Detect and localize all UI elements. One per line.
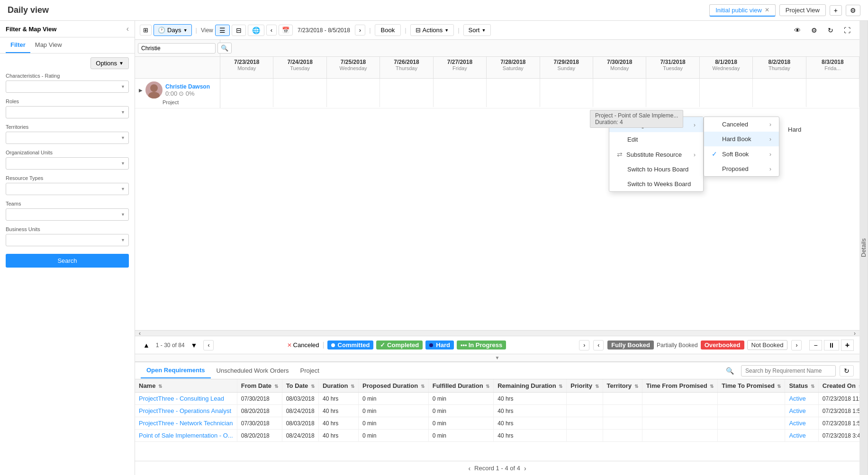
rec-prev-icon[interactable]: ‹ [468, 465, 470, 472]
col-time-from[interactable]: Time From Promised ⇅ [642, 379, 718, 393]
next-group-button[interactable]: › [791, 340, 802, 350]
actions-button[interactable]: ⊟ Actions ▼ [410, 24, 454, 36]
table-search-button[interactable]: 🔍 [723, 365, 737, 376]
status-legend: ✕ Canceled Committed ✓ Completed [217, 341, 575, 350]
book-button[interactable]: Book [375, 24, 401, 36]
committed-badge: Committed [327, 341, 374, 350]
table-cell: 40 hrs [318, 393, 358, 405]
col-remaining-duration[interactable]: Remaining Duration ⇅ [494, 379, 567, 393]
col-proposed-duration[interactable]: Proposed Duration ⇅ [359, 379, 429, 393]
filter-select-resource-types[interactable] [6, 183, 129, 195]
col-priority[interactable]: Priority ⇅ [567, 379, 603, 393]
col-name[interactable]: Name ⇅ [135, 379, 237, 393]
bottom-tab-unscheduled[interactable]: Unscheduled Work Orders [211, 363, 295, 378]
refresh-grid-button[interactable]: ↻ [823, 25, 838, 36]
tab-project-view[interactable]: Project View [779, 4, 826, 16]
sub-menu-item-canceled[interactable]: Canceled › [704, 117, 779, 132]
cell-10 [753, 79, 806, 107]
search-button[interactable]: Search [6, 254, 129, 268]
actions-icon: ⊟ [416, 27, 421, 34]
status-link[interactable]: Active [789, 420, 805, 427]
col-duration[interactable]: Duration ⇅ [318, 379, 358, 393]
row-expand-icon[interactable]: ▶ [139, 88, 143, 93]
requirement-link[interactable]: ProjectThree - Operations Analyst [139, 407, 231, 414]
col-time-to[interactable]: Time To Promised ⇅ [718, 379, 785, 393]
next-period-button[interactable]: › [355, 25, 365, 36]
date-num: 7/23/2018 [220, 59, 273, 65]
status-link[interactable]: Active [789, 407, 805, 414]
col-created-on[interactable]: Created On ↑ [818, 379, 859, 393]
top-bar-right: Initial public view ✕ Project View + ⚙ [709, 4, 860, 17]
resource-info: ▶ Christie Dawson [135, 79, 220, 108]
col-from-date[interactable]: From Date ⇅ [237, 379, 282, 393]
map-view-tab[interactable]: Map View [30, 37, 67, 53]
preview-button[interactable]: 👁 [790, 25, 805, 36]
filter-select-org[interactable] [6, 157, 129, 170]
resource-search-input[interactable] [138, 43, 216, 54]
calendar-view-button[interactable]: ⊟ [232, 25, 246, 36]
requirement-link[interactable]: ProjectThree - Network Technician [139, 420, 233, 427]
add-tab-button[interactable]: + [830, 5, 842, 16]
requirement-link[interactable]: Point of Sale Implementation - O... [139, 432, 233, 439]
table-search-input[interactable] [741, 365, 836, 376]
col-status[interactable]: Status ⇅ [785, 379, 818, 393]
col-territory[interactable]: Territory ⇅ [603, 379, 642, 393]
context-menu-item-weeks-board[interactable]: Switch to Weeks Board [609, 177, 703, 191]
collapse-up-button[interactable]: ▲ [141, 340, 152, 350]
grid-view-button[interactable]: ⊞ [140, 25, 152, 36]
context-menu-item-edit[interactable]: Edit [609, 132, 703, 147]
grid-settings-button[interactable]: ⚙ [807, 25, 822, 36]
date-col-1: 7/24/2018 Tuesday [273, 57, 326, 78]
settings-button[interactable]: ⚙ [846, 5, 860, 16]
options-button[interactable]: Options ▼ [90, 57, 129, 69]
status-link[interactable]: Active [789, 432, 805, 439]
requirement-link[interactable]: ProjectThree - Consulting Lead [139, 395, 224, 402]
context-menu-item-hours-board[interactable]: Switch to Hours Board [609, 162, 703, 177]
pause-button[interactable]: ⏸ [824, 340, 839, 350]
list-view-button[interactable]: ☰ [215, 25, 230, 36]
tab-close-icon[interactable]: ✕ [765, 7, 769, 13]
status-link[interactable]: Active [789, 395, 805, 402]
page-expand-button[interactable]: ▼ [189, 340, 200, 350]
sub-menu-item-soft-book[interactable]: ✓ Soft Book › [704, 146, 779, 161]
filter-select-territories[interactable] [6, 132, 129, 144]
details-panel[interactable]: Details [859, 21, 868, 475]
globe-view-button[interactable]: 🌐 [248, 25, 264, 36]
zoom-in-button[interactable]: + [841, 340, 854, 351]
bottom-tab-open-req[interactable]: Open Requirements [141, 363, 211, 378]
table-cell [567, 405, 603, 417]
bottom-tab-project[interactable]: Project [294, 363, 325, 378]
days-period-button[interactable]: 🕐 Days ▼ [154, 24, 192, 36]
day-name: Monday [593, 65, 646, 71]
collapse-toggle[interactable]: ▼ [135, 354, 859, 361]
fullscreen-button[interactable]: ⛶ [840, 25, 855, 36]
table-refresh-button[interactable]: ↻ [840, 365, 854, 376]
table-row: ProjectThree - Operations Analyst08/20/2… [135, 405, 859, 417]
table-cell: 07/30/2018 [237, 393, 282, 405]
tab-initial-public-view[interactable]: Initial public view ✕ [709, 4, 776, 17]
col-fulfilled-duration[interactable]: Fulfilled Duration ⇅ [428, 379, 494, 393]
zoom-out-button[interactable]: − [809, 340, 822, 350]
col-to-date[interactable]: To Date ⇅ [282, 379, 318, 393]
page-prev-button[interactable]: ‹ [203, 340, 214, 350]
resource-name[interactable]: Christie Dawson [165, 83, 210, 90]
calendar-button[interactable]: 📅 [279, 25, 293, 36]
table-cell: 0 min [359, 393, 429, 405]
date-num: 7/29/2018 [540, 59, 593, 65]
filter-select-rating[interactable] [6, 81, 129, 93]
prev-period-button[interactable]: ‹ [266, 25, 277, 36]
sub-menu-item-proposed[interactable]: Proposed › [704, 161, 779, 176]
bottom-tab-actions: 🔍 ↻ [723, 365, 854, 376]
prev-group-button[interactable]: ‹ [593, 340, 604, 350]
sub-menu-item-hard-book[interactable]: Hard Book › [704, 132, 779, 146]
page-next-button[interactable]: › [579, 340, 589, 350]
table-cell: 40 hrs [318, 417, 358, 430]
sidebar-collapse-icon[interactable]: ‹ [127, 25, 129, 33]
rec-next-icon[interactable]: › [524, 465, 526, 472]
filter-select-business-units[interactable] [6, 234, 129, 246]
filter-select-roles[interactable] [6, 106, 129, 118]
sort-button[interactable]: Sort ▼ [463, 24, 491, 36]
context-menu-item-substitute[interactable]: ⇄ Substitute Resource › [609, 147, 703, 162]
filter-tab[interactable]: Filter [6, 37, 30, 53]
filter-select-teams[interactable] [6, 208, 129, 221]
